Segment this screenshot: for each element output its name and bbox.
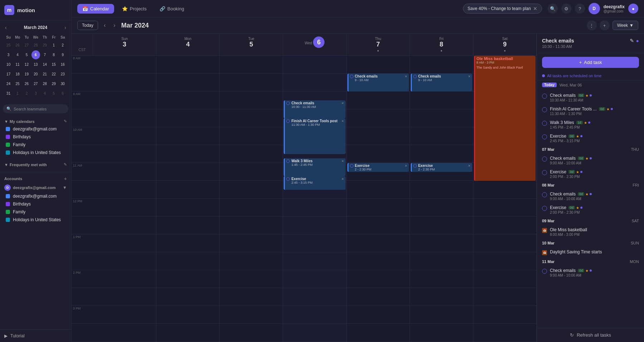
- mini-cal-prev[interactable]: ‹: [4, 24, 8, 31]
- day-cell[interactable]: [410, 109, 473, 127]
- task-checkbox[interactable]: [542, 157, 547, 162]
- day-cell[interactable]: [410, 270, 473, 288]
- projects-nav-btn[interactable]: ⭐ Projects: [117, 4, 152, 14]
- calendar-event[interactable]: Ole Miss basketball8 AM - 3 PMThe Sandy …: [474, 56, 536, 181]
- day-cell[interactable]: [156, 127, 220, 145]
- search-icon-btn[interactable]: 🔍: [548, 4, 558, 14]
- day-cell[interactable]: [156, 234, 220, 252]
- day-cell[interactable]: [347, 181, 410, 199]
- today-button[interactable]: Today: [77, 21, 98, 30]
- day-cell[interactable]: [473, 324, 537, 342]
- promo-close-icon[interactable]: ✕: [533, 6, 537, 11]
- day-cell[interactable]: [156, 91, 220, 109]
- day-cell[interactable]: [410, 324, 473, 342]
- day-cell[interactable]: [283, 324, 346, 342]
- account-calendar-holidays[interactable]: Holidays in United States: [3, 216, 68, 224]
- task-item[interactable]: Check emails 0d★9:00 AM - 10:00 AM: [537, 266, 644, 279]
- search-teammates-input[interactable]: 🔍 Search teammates: [3, 104, 68, 113]
- calendar-event[interactable]: Exercise✕2 - 2:30 PM: [347, 163, 409, 172]
- day-cell[interactable]: [473, 252, 537, 270]
- settings-icon-btn[interactable]: ⚙: [561, 4, 571, 14]
- task-item[interactable]: Check emails 0d★10:30 AM - 11:30 AM: [537, 91, 644, 104]
- day-cell[interactable]: [410, 56, 473, 74]
- day-cell[interactable]: [156, 288, 220, 306]
- day-cell[interactable]: [156, 270, 220, 288]
- day-cell[interactable]: [93, 306, 156, 324]
- day-cell[interactable]: [283, 234, 346, 252]
- day-cell[interactable]: [347, 109, 410, 127]
- task-item[interactable]: Exercise 0d★2:45 PM - 3:15 PM: [537, 132, 644, 145]
- day-cell[interactable]: [410, 217, 473, 234]
- task-item[interactable]: Exercise 0d★2:00 PM - 2:30 PM: [537, 203, 644, 217]
- event-close-icon[interactable]: ✕: [405, 164, 408, 168]
- day-cell[interactable]: [347, 288, 410, 306]
- day-cell[interactable]: [220, 306, 283, 324]
- task-checkbox[interactable]: [542, 134, 547, 139]
- account-calendar-family[interactable]: Family: [3, 208, 68, 216]
- day-cell[interactable]: [93, 252, 156, 270]
- day-cell[interactable]: [473, 234, 537, 252]
- day-cell[interactable]: [220, 145, 283, 163]
- day-cell[interactable]: [156, 181, 220, 199]
- task-item[interactable]: 📅Ole Miss basketball 8:00 AM - 3:00 PM: [537, 225, 644, 239]
- day-cell[interactable]: [220, 252, 283, 270]
- day-cell[interactable]: [220, 109, 283, 127]
- event-close-icon[interactable]: ✕: [341, 119, 344, 123]
- task-checkbox[interactable]: [542, 94, 547, 99]
- event-close-icon[interactable]: ✕: [405, 75, 408, 78]
- day-cell[interactable]: [347, 145, 410, 163]
- day-cell[interactable]: [93, 56, 156, 74]
- day-cell[interactable]: [473, 306, 537, 324]
- day-cell[interactable]: [347, 324, 410, 342]
- sidebar-item-holidays[interactable]: Holidays in United States: [3, 149, 68, 157]
- day-cell[interactable]: [283, 288, 346, 306]
- day-cell[interactable]: [410, 91, 473, 109]
- next-week-button[interactable]: ›: [111, 21, 117, 29]
- day-cell[interactable]: [220, 217, 283, 234]
- calendar-event[interactable]: Check emails✕9 - 10 AM: [411, 74, 472, 91]
- day-cell[interactable]: [220, 234, 283, 252]
- event-close-icon[interactable]: ✕: [468, 164, 471, 168]
- day-cell[interactable]: [410, 306, 473, 324]
- calendar-event[interactable]: Check emails✕10:30 - 11:30 AM: [284, 100, 345, 118]
- day-cell[interactable]: [347, 252, 410, 270]
- day-cell[interactable]: [410, 288, 473, 306]
- day-cell[interactable]: [93, 145, 156, 163]
- day-cell[interactable]: [410, 199, 473, 217]
- day-cell[interactable]: [93, 217, 156, 234]
- day-cell[interactable]: [156, 217, 220, 234]
- my-calendars-header[interactable]: ▼ My calendars ✎: [3, 118, 68, 125]
- task-item[interactable]: Walk 3 Miles 1d★1:45 PM - 2:45 PM: [537, 118, 644, 132]
- day-cell[interactable]: [410, 181, 473, 199]
- day-cell[interactable]: [347, 270, 410, 288]
- refresh-tasks-button[interactable]: ↻ Refresh all tasks: [537, 328, 644, 342]
- prev-week-button[interactable]: ‹: [102, 21, 108, 29]
- day-cell[interactable]: [156, 306, 220, 324]
- add-event-icon[interactable]: +: [600, 20, 610, 30]
- day-cell[interactable]: [283, 199, 346, 217]
- day-cell[interactable]: [93, 324, 156, 342]
- day-cell[interactable]: [220, 56, 283, 74]
- edit-icon[interactable]: ✎: [64, 162, 67, 167]
- week-view-button[interactable]: Week ▼: [613, 21, 638, 30]
- day-cell[interactable]: [347, 217, 410, 234]
- day-cell[interactable]: [93, 91, 156, 109]
- day-cell[interactable]: [283, 306, 346, 324]
- day-cell[interactable]: [347, 199, 410, 217]
- day-cell[interactable]: [220, 199, 283, 217]
- help-icon-btn[interactable]: ?: [575, 4, 585, 14]
- day-cell[interactable]: [93, 127, 156, 145]
- day-cell[interactable]: [156, 163, 220, 181]
- day-cell[interactable]: [156, 199, 220, 217]
- day-cell[interactable]: [410, 127, 473, 145]
- day-cell[interactable]: [93, 74, 156, 91]
- calendar-event[interactable]: Check emails✕9 - 10 AM: [347, 74, 409, 91]
- day-cell[interactable]: [283, 74, 346, 91]
- calendar-event[interactable]: Walk 3 Miles✕1:45 - 2:45 PM: [284, 158, 345, 176]
- day-cell[interactable]: [93, 181, 156, 199]
- account-expand[interactable]: D deezgrafix@gmail.com ▼: [3, 183, 68, 192]
- status-icon-btn[interactable]: ●: [628, 4, 638, 14]
- tutorial-bar[interactable]: ▶ Tutorial: [0, 329, 71, 342]
- task-item[interactable]: 📅Daylight Saving Time starts: [537, 247, 644, 257]
- day-cell[interactable]: [283, 217, 346, 234]
